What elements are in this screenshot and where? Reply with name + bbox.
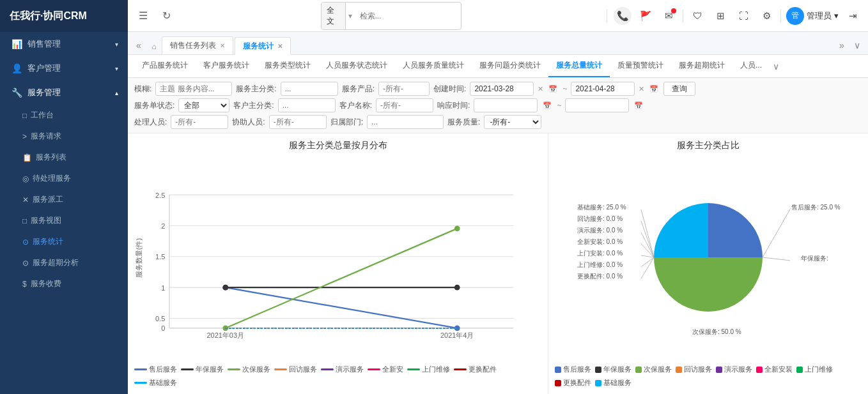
filter-input-create-end[interactable] xyxy=(571,82,635,96)
legend-item-new-install: 全新安 xyxy=(368,365,403,374)
pie-legend-color xyxy=(595,380,601,386)
sub-tab-staff-quality[interactable]: 人员服务质量统计 xyxy=(395,55,472,77)
line-chart-title: 服务主分类总量按月分布 xyxy=(134,140,541,151)
pie-legend-color xyxy=(555,367,561,373)
search-type[interactable]: 全文 xyxy=(322,3,346,29)
legend-label: 售后服务 xyxy=(149,365,177,374)
filter-label-customer-name: 客户名称: xyxy=(339,100,372,111)
sidebar-item-service[interactable]: 🔧 服务管理 ▴ xyxy=(0,80,128,105)
svg-point-21 xyxy=(454,285,460,291)
sidebar-item-pending-service[interactable]: ◎ 待处理服务 xyxy=(0,168,128,189)
sub-tab-problem[interactable]: 服务问题分类统计 xyxy=(472,55,548,77)
sidebar-item-service-list[interactable]: 📋 服务列表 xyxy=(0,147,128,168)
menu-icon[interactable]: ☰ xyxy=(134,7,152,25)
date-clear-icon-1[interactable]: ✕ xyxy=(538,85,543,93)
sidebar-item-customer[interactable]: 👤 客户管理 ▾ xyxy=(0,56,128,80)
pie-legend-label: 更换配件 xyxy=(563,378,591,388)
filter-input-customer-cat[interactable] xyxy=(278,98,336,112)
sub-tab-overdue[interactable]: 服务超期统计 xyxy=(671,55,732,77)
tab-sales[interactable]: 销售任务列表 ✕ xyxy=(162,36,233,54)
sub-tab-type[interactable]: 服务类型统计 xyxy=(257,55,318,77)
user-info[interactable]: 管 管理员 ▾ xyxy=(786,7,839,25)
filter-select-status[interactable]: 全部 xyxy=(178,98,229,112)
topbar-divider xyxy=(607,10,607,22)
main-content: ☰ ↻ 全文 ▾ 📞 🚩 ✉ 🛡 ⊞ xyxy=(128,0,868,394)
legend-item-year-service: 年保服务 xyxy=(181,365,224,374)
pie-legend-visit: 回访服务 xyxy=(676,365,712,374)
pie-legend-color xyxy=(595,367,601,373)
filter-input-main-cat[interactable] xyxy=(281,82,338,96)
sub-tab-person[interactable]: 人员... xyxy=(732,55,770,77)
search-input[interactable] xyxy=(355,9,461,23)
filter-select-quality[interactable]: -所有- xyxy=(484,115,541,129)
filter-input-customer-name[interactable] xyxy=(376,98,433,112)
filter-input-response-start[interactable] xyxy=(474,98,538,112)
legend-item-replace-parts: 更换配件 xyxy=(454,365,497,374)
legend-label: 年保服务 xyxy=(196,365,224,374)
flag-icon[interactable]: 🚩 xyxy=(637,7,655,25)
sidebar-item-label: 客户管理 xyxy=(27,63,61,74)
pie-legend-label: 次保服务 xyxy=(644,365,672,374)
sub-tabs-more-icon[interactable]: ∨ xyxy=(770,61,782,72)
svg-line-49 xyxy=(763,257,790,261)
sidebar-item-service-view[interactable]: □ 服务视图 xyxy=(0,210,128,231)
sub-tab-product[interactable]: 产品服务统计 xyxy=(134,55,196,77)
tab-more-btn[interactable]: ∨ xyxy=(849,36,865,54)
pie-legend-onsite-repair: 上门维修 xyxy=(796,365,833,374)
grid-icon[interactable]: ⊞ xyxy=(711,7,729,25)
filter-input-assistant[interactable] xyxy=(269,115,327,129)
svg-text:上门维修: 0.0 %: 上门维修: 0.0 % xyxy=(577,261,623,268)
tab-next-btn[interactable]: » xyxy=(834,36,849,54)
filter-input-handler[interactable] xyxy=(171,115,228,129)
search-dropdown-icon[interactable]: ▾ xyxy=(346,11,355,20)
tab-close-icon[interactable]: ✕ xyxy=(220,42,225,49)
svg-text:全新安装: 0.0 %: 全新安装: 0.0 % xyxy=(577,238,623,245)
sidebar-item-overdue-analysis[interactable]: ⊙ 服务超期分析 xyxy=(0,252,128,273)
sub-tab-quality-warn[interactable]: 质量预警统计 xyxy=(610,55,671,77)
svg-text:2021年4月: 2021年4月 xyxy=(440,331,474,339)
user-dropdown-icon[interactable]: ▾ xyxy=(834,11,839,20)
phone-icon[interactable]: 📞 xyxy=(614,7,632,25)
svg-line-16 xyxy=(226,287,457,328)
tab-prev-btn[interactable]: « xyxy=(131,36,146,54)
sidebar-item-service-stats[interactable]: ⊙ 服务统计 xyxy=(0,231,128,252)
sidebar-item-service-request[interactable]: > 服务请求 xyxy=(0,126,128,147)
pie-legend-label: 上门维修 xyxy=(805,365,833,374)
legend-label: 次保服务 xyxy=(242,365,270,374)
sub-tab-staff-status[interactable]: 人员服务状态统计 xyxy=(318,55,395,77)
filter-input-response-end[interactable] xyxy=(565,98,629,112)
gear-icon[interactable]: ⚙ xyxy=(757,7,775,25)
shield-icon[interactable]: 🛡 xyxy=(688,7,706,25)
filter-input-create-start[interactable] xyxy=(470,82,534,96)
svg-text:售后服务: 25.0 %: 售后服务: 25.0 % xyxy=(791,204,841,211)
sub-tab-customer[interactable]: 客户服务统计 xyxy=(196,55,257,77)
svg-text:2.5: 2.5 xyxy=(155,192,165,199)
fullscreen-icon[interactable]: ⛶ xyxy=(734,7,752,25)
filter-input-fuzzy[interactable] xyxy=(155,82,232,96)
tab-service-stats[interactable]: 服务统计 ✕ xyxy=(235,37,291,55)
legend-color xyxy=(407,368,420,370)
filter-label-dept: 归属部门: xyxy=(330,117,363,128)
refresh-icon[interactable]: ↻ xyxy=(157,7,175,25)
sub-tab-total[interactable]: 服务总量统计 xyxy=(548,55,610,77)
sidebar-item-workbench[interactable]: □ 工作台 xyxy=(0,105,128,126)
date-clear-icon-2[interactable]: ✕ xyxy=(639,85,644,93)
sidebar: 任我行·协同CRM 📊 销售管理 ▾ 👤 客户管理 ▾ 🔧 服务管理 ▴ □ 工… xyxy=(0,0,128,394)
svg-text:0.5: 0.5 xyxy=(155,315,165,322)
filter-label-handler: 处理人员: xyxy=(134,117,167,128)
pie-legend-color xyxy=(756,367,763,373)
filter-input-dept[interactable] xyxy=(367,115,444,129)
pie-chart-area: 基础服务: 25.0 % 回访服务: 0.0 % 演示服务: 0.0 % 全新安… xyxy=(555,156,862,365)
tab-label: 销售任务列表 xyxy=(170,40,216,51)
tab-close-icon[interactable]: ✕ xyxy=(277,43,283,50)
tab-home-btn[interactable]: ⌂ xyxy=(146,39,162,54)
logout-icon[interactable]: ⇥ xyxy=(844,7,862,25)
sidebar-item-sales[interactable]: 📊 销售管理 ▾ xyxy=(0,32,128,56)
filter-input-product[interactable] xyxy=(378,82,430,96)
legend-label: 更换配件 xyxy=(469,365,497,374)
mail-icon[interactable]: ✉ xyxy=(660,7,678,25)
sidebar-item-dispatch[interactable]: ✕ 服务派工 xyxy=(0,189,128,210)
query-button[interactable]: 查询 xyxy=(663,82,695,96)
filter-label-fuzzy: 模糊: xyxy=(134,84,151,95)
sidebar-item-service-fee[interactable]: $ 服务收费 xyxy=(0,273,128,294)
